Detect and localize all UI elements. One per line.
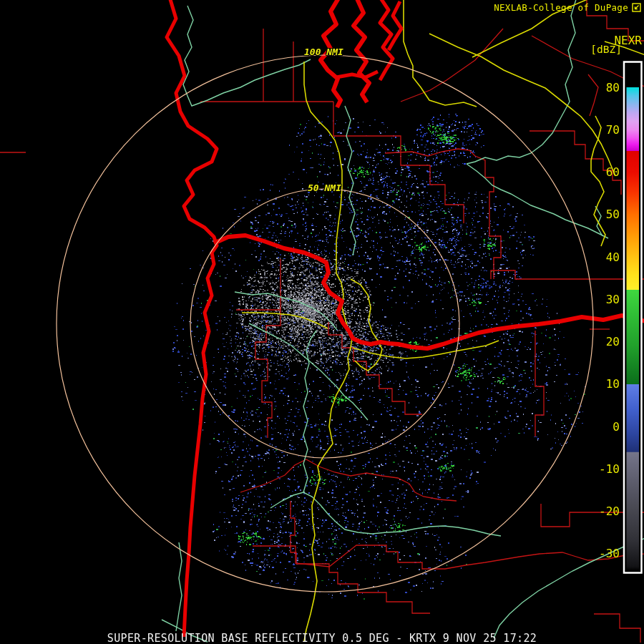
state-border-waterway-line <box>167 0 217 637</box>
highway-line <box>591 116 605 246</box>
branding-text: NEXLAB-College of DuPage <box>494 2 628 13</box>
river-line <box>183 6 311 106</box>
range-ring-375 <box>57 55 593 592</box>
river-line <box>345 106 356 255</box>
colorbar-tick-10: 10 <box>606 377 620 391</box>
colorbar-tick--20: -20 <box>599 504 620 518</box>
county-boundary-line <box>530 131 621 195</box>
county-boundary-line <box>489 210 501 279</box>
state-border-waterway-line <box>336 72 378 77</box>
colorbar-tick-30: 30 <box>606 293 620 306</box>
county-boundary-line <box>236 310 280 438</box>
radar-display: 80706050403020100-10-20-30 NEXLAB-Colleg… <box>0 0 644 644</box>
state-border-waterway-line <box>353 0 369 102</box>
river-line <box>467 0 577 164</box>
county-boundary-line <box>253 545 644 569</box>
range-ring-188 <box>190 189 459 458</box>
colorbar-tick-60: 60 <box>606 165 620 179</box>
site-branding-link[interactable]: NEXLAB-College of DuPage <box>494 2 641 13</box>
highway-line <box>351 279 382 371</box>
colorbar-tick--10: -10 <box>599 462 620 476</box>
state-border-waterway-line <box>380 0 393 80</box>
river-line <box>595 206 602 236</box>
river-line <box>494 538 644 638</box>
colorbar-tick-20: 20 <box>606 335 620 348</box>
county-boundary-line <box>588 74 598 116</box>
colorbar-tick-0: 0 <box>613 420 620 434</box>
county-boundary-line <box>535 331 544 436</box>
state-border-waterway-line <box>389 1 401 50</box>
county-boundary-line <box>240 459 457 501</box>
river-line <box>467 164 608 238</box>
river-line <box>303 331 316 492</box>
state-border-waterway-line <box>214 235 644 348</box>
colorbar-tick-70: 70 <box>606 123 620 137</box>
river-line <box>249 323 368 420</box>
highway-line <box>404 0 477 107</box>
county-boundary-line <box>385 149 494 210</box>
highway-line <box>429 34 615 176</box>
external-link-icon <box>632 3 641 12</box>
colorbar-tick-80: 80 <box>606 81 620 94</box>
map-overlay: 80706050403020100-10-20-30 <box>0 0 644 644</box>
colorbar-tick-50: 50 <box>606 208 620 221</box>
county-boundary-line <box>430 165 464 223</box>
county-boundary-line <box>291 501 430 613</box>
river-line <box>270 492 501 536</box>
colorbar-tick--30: -30 <box>599 547 620 560</box>
river-line <box>176 542 182 631</box>
highways-layer <box>242 0 644 641</box>
waterways-layer <box>167 0 644 637</box>
county-boundary-line <box>401 29 503 102</box>
county-boundary-line <box>491 270 644 279</box>
product-caption: SUPER-RESOLUTION BASE REFLECTIVITY 0.5 D… <box>0 632 644 644</box>
colorbar-tick-40: 40 <box>606 250 620 264</box>
colorbar-units-label: [dBZ] <box>590 44 622 55</box>
range-ring-label-50nmi: 50 NMI <box>308 182 341 193</box>
range-rings <box>57 55 593 592</box>
county-boundary-line <box>333 102 430 165</box>
colorbar-gradient <box>627 64 640 570</box>
range-ring-label-100nmi: 100 NMI <box>304 47 343 57</box>
